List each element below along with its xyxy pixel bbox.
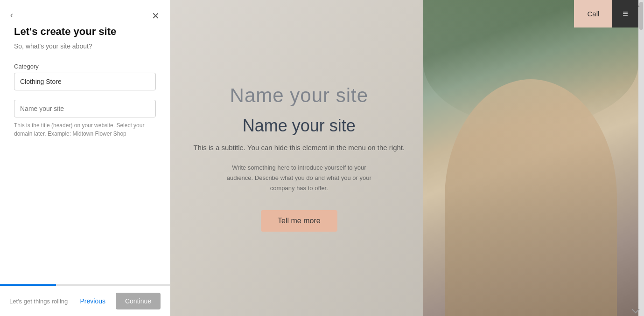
- site-name-hint: This is the title (header) on your websi…: [14, 121, 156, 138]
- site-name-faded-heading: Name your site: [230, 84, 368, 107]
- footer-label: Let's get things rolling: [9, 298, 68, 305]
- left-panel: ‹ ✕ Let's create your site So, what's yo…: [0, 0, 170, 316]
- category-form-group: Category: [14, 63, 156, 90]
- site-name-form-group: This is the title (header) on your websi…: [14, 100, 156, 138]
- panel-content: Let's create your site So, what's your s…: [0, 0, 170, 284]
- nav-menu-button[interactable]: ≡: [612, 0, 638, 27]
- back-button[interactable]: ‹: [8, 8, 15, 22]
- tell-me-more-button[interactable]: Tell me more: [261, 210, 337, 232]
- footer-actions: Previous Continue: [74, 293, 161, 309]
- category-input[interactable]: [14, 73, 156, 90]
- scrollbar[interactable]: [638, 0, 644, 316]
- hero-photo-inner: [423, 0, 638, 316]
- close-icon: ✕: [152, 10, 160, 21]
- previous-button[interactable]: Previous: [74, 294, 111, 309]
- scrollbar-thumb[interactable]: [639, 2, 643, 30]
- preview-navbar: Call ≡: [574, 0, 638, 27]
- site-name-main-heading: Name your site: [243, 116, 356, 136]
- site-preview: Call ≡ Name your site Name your site Thi…: [170, 0, 638, 316]
- panel-footer: Let's get things rolling Previous Contin…: [0, 286, 170, 316]
- person-silhouette: [445, 79, 617, 316]
- preview-hero: Name your site Name your site This is a …: [170, 0, 638, 316]
- hero-photo: [423, 0, 638, 316]
- back-icon: ‹: [10, 10, 13, 20]
- site-subtitle-text: This is a subtitle. You can hide this el…: [193, 142, 405, 153]
- site-name-input[interactable]: [14, 100, 156, 117]
- continue-button[interactable]: Continue: [116, 293, 161, 309]
- right-panel: Call ≡ Name your site Name your site Thi…: [170, 0, 644, 316]
- close-button[interactable]: ✕: [150, 8, 161, 23]
- category-label: Category: [14, 63, 156, 70]
- hero-content: Name your site Name your site This is a …: [170, 0, 428, 316]
- panel-title: Let's create your site: [14, 26, 156, 38]
- site-description-text: Write something here to introduce yourse…: [224, 163, 374, 193]
- nav-call-button[interactable]: Call: [574, 0, 612, 27]
- panel-subtitle: So, what's your site about?: [14, 42, 156, 50]
